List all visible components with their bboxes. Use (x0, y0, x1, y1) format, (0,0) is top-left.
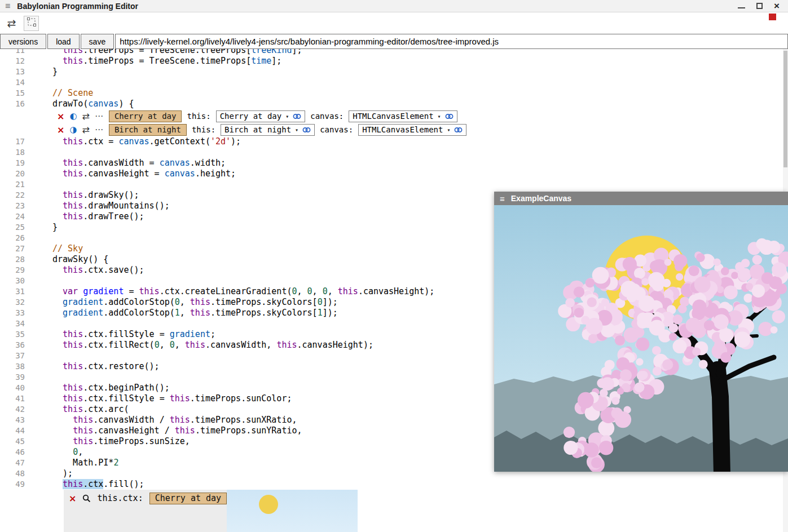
code-token: .canvasHeight); (358, 286, 434, 296)
code-line-content[interactable]: this.ctx.save(); (25, 265, 144, 276)
code-line-content[interactable]: Math.PI*2 (25, 458, 118, 468)
code-line-content[interactable]: this.canvasWidth = canvas.width; (25, 158, 226, 169)
select-target-button[interactable] (24, 16, 39, 31)
example-options-icon[interactable]: ⋯ (95, 111, 104, 122)
code-token: .canvasHeight); (297, 340, 373, 350)
example-binding-value: HTMLCanvasElement (353, 111, 433, 122)
code-line-content[interactable] (25, 233, 52, 243)
code-line-content[interactable]: this.drawSky(); (25, 190, 139, 201)
code-line: 18 (0, 147, 788, 158)
example-canvas-menu-icon[interactable]: ≡ (500, 194, 505, 203)
file-url-input[interactable] (115, 34, 788, 49)
code-line-content[interactable]: this.canvasHeight = canvas.height; (25, 169, 236, 179)
code-line-content[interactable]: ); (25, 468, 73, 479)
code-token: Math.PI* (52, 458, 113, 468)
window-menu-icon[interactable]: ≡ (5, 2, 10, 11)
switch-example-icon[interactable]: ⇄ (82, 125, 90, 135)
remove-probe-icon[interactable]: × (69, 493, 76, 504)
code-line-content[interactable] (25, 77, 52, 88)
connections-button[interactable]: ⇄ (4, 16, 19, 31)
example-binding-select[interactable]: HTMLCanvasElement▾ (358, 124, 466, 136)
line-number: 31 (0, 286, 25, 297)
code-line-content[interactable]: gradient.addColorStop(1, this.timeProps.… (25, 308, 338, 318)
code-line-content[interactable]: this.ctx.fillRect(0, 0, this.canvasWidth… (25, 340, 373, 351)
code-line-content[interactable]: this.timeProps.sunSize, (25, 436, 190, 447)
code-token: this (190, 308, 210, 318)
code-token: .ctx.arc( (83, 404, 129, 414)
toggle-example-icon[interactable]: ◑ (69, 125, 77, 135)
line-number: 36 (0, 340, 25, 351)
link-icon[interactable] (302, 127, 311, 133)
code-line-content[interactable] (25, 351, 52, 361)
minimize-button[interactable] (738, 7, 745, 8)
code-line-content[interactable]: this.ctx.beginPath(); (25, 383, 170, 393)
code-line-content[interactable]: this.ctx.arc( (25, 404, 129, 415)
inspect-probe-icon[interactable] (82, 494, 91, 503)
remove-example-icon[interactable]: × (57, 125, 64, 135)
example-options-icon[interactable]: ⋯ (95, 125, 104, 135)
code-line-content[interactable]: drawSky() { (25, 254, 108, 265)
example-name-badge[interactable]: Birch at night (109, 124, 187, 136)
code-token: .timeProps.sunYRatio, (195, 425, 302, 436)
save-button[interactable]: save (81, 34, 115, 49)
link-icon[interactable] (445, 113, 454, 119)
line-number: 18 (0, 147, 25, 158)
code-line-content[interactable]: 0, (25, 447, 83, 458)
code-line-content[interactable]: this.ctx.fillStyle = gradient; (25, 329, 215, 340)
code-line: 14 (0, 77, 788, 88)
close-button[interactable]: × (774, 1, 780, 11)
code-line-content[interactable]: this.treeProps = TreeScene.treeProps[tre… (25, 49, 302, 56)
code-line-content[interactable] (25, 318, 52, 329)
code-line-content[interactable]: // Sky (25, 243, 83, 254)
code-token: ; (210, 329, 215, 339)
code-line: 15// Scene (0, 88, 788, 99)
example-binding-select[interactable]: Cherry at day▾ (216, 110, 306, 122)
code-line-content[interactable]: } (25, 66, 58, 77)
link-icon[interactable] (454, 127, 463, 133)
example-canvas-titlebar[interactable]: ≡ ExampleCanvas (494, 192, 788, 205)
versions-button[interactable]: versions (0, 34, 46, 49)
example-name-badge[interactable]: Cherry at day (109, 110, 182, 122)
maximize-button[interactable] (756, 3, 763, 9)
code-line-content[interactable]: this.drawMountains(); (25, 201, 170, 211)
code-line-content[interactable] (25, 179, 52, 190)
code-token: // Sky (52, 243, 83, 254)
remove-example-icon[interactable]: × (57, 111, 64, 122)
probe-controls-row: × this.ctx: Cherry at day (64, 490, 227, 504)
code-line-content[interactable]: var gradient = this.ctx.createLinearGrad… (25, 286, 434, 297)
example-binding-select[interactable]: HTMLCanvasElement▾ (349, 110, 457, 122)
code-line-content[interactable]: } (25, 222, 58, 233)
code-line-content[interactable]: this.canvasHeight / this.timeProps.sunYR… (25, 425, 302, 436)
example-binding-label: this: (187, 111, 210, 122)
line-number: 45 (0, 436, 25, 447)
code-token: drawSky() { (52, 254, 108, 264)
code-token: .drawMountains(); (83, 201, 170, 211)
link-icon[interactable] (293, 113, 301, 119)
code-line-content[interactable]: this.ctx.fillStyle = this.timeProps.sunC… (25, 393, 292, 404)
code-line-content[interactable] (25, 372, 52, 383)
code-line-content[interactable]: drawTo(canvas) { (25, 99, 134, 109)
probe-example-badge[interactable]: Cherry at day (149, 493, 227, 504)
code-line-content[interactable]: this.ctx.fill(); (25, 479, 144, 490)
code-token: 0 (307, 286, 312, 296)
code-token: 0 (170, 340, 175, 350)
code-token: this (170, 415, 190, 425)
window-titlebar: ≡ Babylonian Programming Editor × (0, 0, 788, 12)
probe-expression-label: this.ctx: (97, 493, 143, 503)
toggle-example-icon[interactable]: ◐ (69, 111, 77, 122)
code-line-content[interactable]: gradient.addColorStop(0, this.timeProps.… (25, 297, 338, 308)
code-token (52, 286, 63, 296)
code-line-content[interactable]: this.timeProps = TreeScene.timeProps[tim… (25, 56, 281, 66)
scrollbar-thumb[interactable] (783, 51, 787, 167)
switch-example-icon[interactable]: ⇄ (82, 111, 90, 122)
caret-down-icon: ▾ (447, 125, 450, 135)
load-button[interactable]: load (47, 34, 79, 49)
code-line-content[interactable]: this.ctx = canvas.getContext('2d'); (25, 136, 241, 147)
example-binding-select[interactable]: Birch at night▾ (221, 124, 315, 136)
code-line-content[interactable]: // Scene (25, 88, 93, 99)
code-line-content[interactable] (25, 276, 52, 286)
code-line-content[interactable]: this.drawTree(); (25, 211, 144, 222)
code-line-content[interactable] (25, 147, 52, 158)
code-line-content[interactable]: this.canvasWidth / this.timeProps.sunXRa… (25, 415, 297, 425)
code-line-content[interactable]: this.ctx.restore(); (25, 361, 160, 372)
